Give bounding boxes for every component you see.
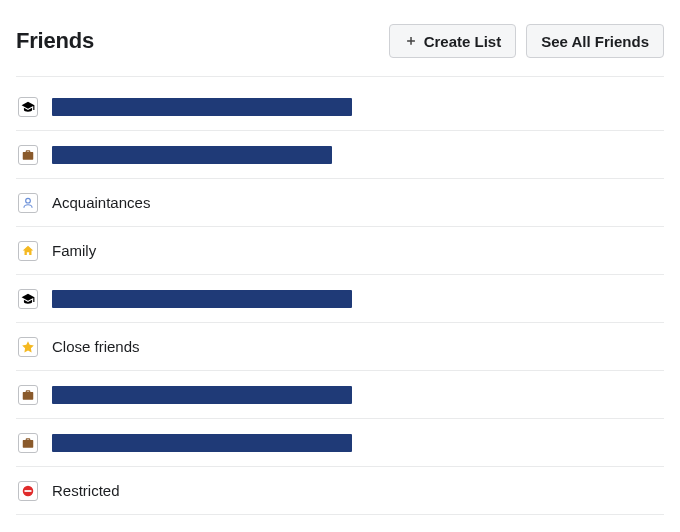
page-title: Friends (16, 28, 94, 54)
header-actions: ＋ Create List See All Friends (389, 24, 664, 58)
plus-icon: ＋ (404, 32, 418, 50)
header: Friends ＋ Create List See All Friends (16, 16, 664, 77)
list-item-label: Acquaintances (52, 194, 150, 211)
create-list-label: Create List (424, 33, 502, 50)
home-icon (18, 241, 38, 261)
graduation-cap-icon (18, 97, 38, 117)
list-item[interactable] (16, 371, 664, 419)
list-item[interactable]: Restricted (16, 467, 664, 515)
list-item-label: Restricted (52, 482, 120, 499)
list-item[interactable]: Close friends (16, 323, 664, 371)
person-icon (18, 193, 38, 213)
graduation-cap-icon (18, 289, 38, 309)
list-item[interactable] (16, 275, 664, 323)
list-item[interactable]: Acquaintances (16, 179, 664, 227)
briefcase-icon (18, 385, 38, 405)
list-item[interactable]: Family (16, 227, 664, 275)
redacted-label (52, 290, 352, 308)
star-icon (18, 337, 38, 357)
svg-rect-1 (25, 490, 32, 492)
see-all-friends-button[interactable]: See All Friends (526, 24, 664, 58)
redacted-label (52, 98, 352, 116)
redacted-label (52, 386, 352, 404)
create-list-button[interactable]: ＋ Create List (389, 24, 517, 58)
friends-lists: AcquaintancesFamilyClose friendsRestrict… (16, 83, 664, 515)
redacted-label (52, 146, 332, 164)
list-item[interactable] (16, 419, 664, 467)
list-item-label: Family (52, 242, 96, 259)
no-entry-icon (18, 481, 38, 501)
briefcase-icon (18, 433, 38, 453)
list-item-label: Close friends (52, 338, 140, 355)
redacted-label (52, 434, 352, 452)
see-all-friends-label: See All Friends (541, 33, 649, 50)
briefcase-icon (18, 145, 38, 165)
list-item[interactable] (16, 131, 664, 179)
list-item[interactable] (16, 83, 664, 131)
